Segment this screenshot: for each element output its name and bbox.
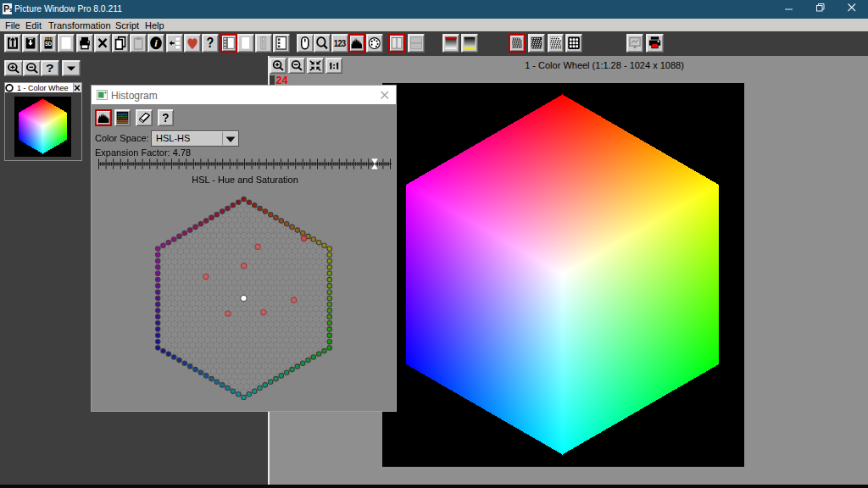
svg-text:?: ? — [207, 36, 214, 51]
svg-text:123: 123 — [334, 38, 347, 48]
svg-text:?: ? — [46, 62, 54, 75]
svg-text:?: ? — [162, 110, 169, 124]
svg-text:SD: SD — [45, 41, 53, 47]
